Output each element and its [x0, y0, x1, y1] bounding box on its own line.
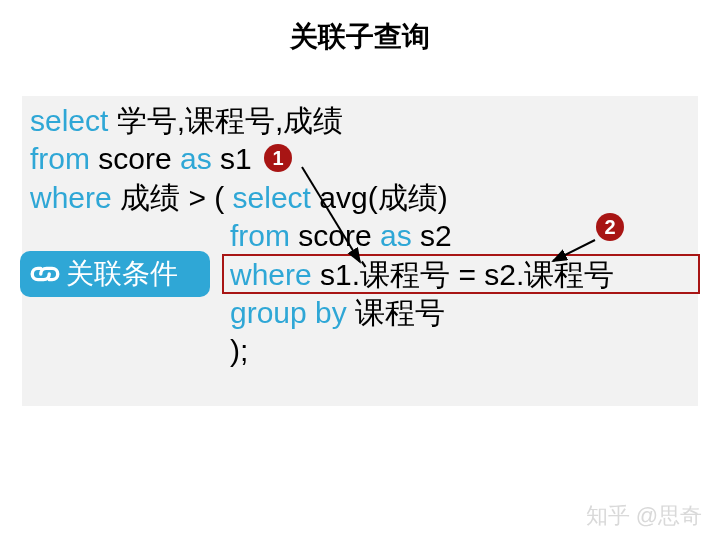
code-line-1: select 学号,课程号,成绩 [30, 102, 690, 140]
text-s1: s1 [212, 142, 260, 175]
highlight-join-condition [222, 254, 700, 294]
badge-1: 1 [264, 144, 292, 172]
text-avg: avg(成绩) [311, 181, 448, 214]
kw-as-2: as [380, 219, 412, 252]
kw-select: select [30, 104, 108, 137]
text-score1: score [90, 142, 180, 175]
code-line-2: from score as s1 1 [30, 140, 690, 178]
tag-label: 关联条件 [66, 251, 178, 297]
kw-select-inner: select [233, 181, 311, 214]
link-icon [28, 257, 62, 291]
kw-where-outer: where [30, 181, 112, 214]
watermark: 知乎 @思奇 [586, 501, 702, 531]
text-s2: s2 [412, 219, 452, 252]
kw-from-inner: from [230, 219, 290, 252]
text-groupcol: 课程号 [347, 296, 445, 329]
code-line-3: where 成绩 > ( select avg(成绩) [30, 179, 690, 217]
badge-2: 2 [596, 213, 624, 241]
text-cols: 学号,课程号,成绩 [108, 104, 343, 137]
kw-as-1: as [180, 142, 212, 175]
slide-title: 关联子查询 [0, 18, 720, 56]
tag-correlation-condition: 关联条件 [20, 251, 210, 297]
text-score2: score [290, 219, 380, 252]
code-line-4: from score as s2 [30, 217, 690, 255]
text-gt: 成绩 > ( [112, 181, 233, 214]
kw-from: from [30, 142, 90, 175]
code-line-6: group by 课程号 [30, 294, 690, 332]
kw-groupby: group by [230, 296, 347, 329]
text-close: ); [230, 334, 248, 367]
code-line-7: ); [30, 332, 690, 370]
